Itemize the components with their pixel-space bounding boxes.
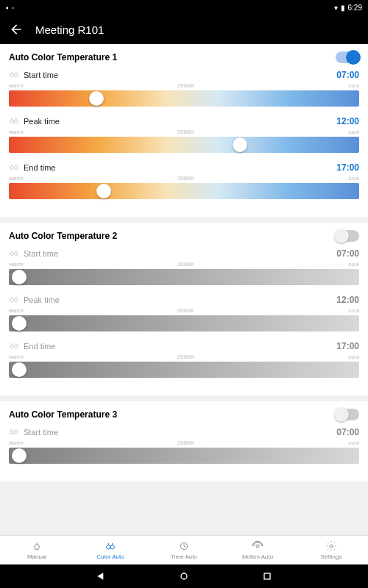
row-label[interactable]: Peak time xyxy=(9,294,60,306)
time-value[interactable]: 07:00 xyxy=(336,70,359,80)
nav-label: Color Auto xyxy=(96,553,124,560)
row-label[interactable]: End time xyxy=(9,162,55,173)
time-value[interactable]: 12:00 xyxy=(336,116,359,126)
row-label-text: End time xyxy=(24,342,55,351)
section-header: Auto Color Temperature 1 xyxy=(9,51,359,63)
temp-label: 2000K xyxy=(24,261,349,268)
slider-thumb[interactable] xyxy=(233,137,247,152)
time-value[interactable]: 07:00 xyxy=(336,427,359,437)
nav-manual[interactable]: Manual xyxy=(0,536,74,564)
nav-color-auto[interactable]: Color Auto xyxy=(74,536,147,564)
section-2: Auto Color Temperature 2Start time07:00w… xyxy=(0,223,368,395)
warm-label: warm xyxy=(9,307,24,314)
slider-label-row: Start time07:00 xyxy=(9,248,359,259)
battery-icon: ▮ xyxy=(341,4,345,12)
svg-point-16 xyxy=(110,545,114,549)
slider-thumb[interactable] xyxy=(12,362,26,377)
svg-point-3 xyxy=(15,120,18,123)
nav-label: Time Auto xyxy=(171,553,197,560)
nav-label: Settings xyxy=(321,553,342,560)
content-scroll[interactable]: Auto Color Temperature 1Start time07:00w… xyxy=(0,44,368,550)
row-label-text: Peak time xyxy=(24,117,60,126)
nav-recent-icon[interactable] xyxy=(261,570,273,582)
section-title: Auto Color Temperature 1 xyxy=(9,52,117,62)
nav-label: Motion Auto xyxy=(242,553,273,560)
color-slider[interactable] xyxy=(9,137,359,153)
range-row: warm3000Kcool xyxy=(9,175,359,182)
row-label-text: Start time xyxy=(24,249,58,258)
slider-thumb[interactable] xyxy=(12,316,26,331)
bulb-icon xyxy=(9,69,19,81)
svg-point-11 xyxy=(15,345,18,348)
bulb-icon xyxy=(9,162,19,173)
slider-thumb[interactable] xyxy=(12,270,26,284)
color-slider[interactable] xyxy=(9,183,359,199)
clock-text: 6:29 xyxy=(348,4,362,12)
warm-label: warm xyxy=(9,175,24,182)
time-value[interactable]: 17:00 xyxy=(336,341,359,351)
svg-point-6 xyxy=(10,252,14,256)
time-value[interactable]: 12:00 xyxy=(336,295,359,305)
nav-settings[interactable]: Settings xyxy=(294,536,368,564)
slider-label-row: Peak time12:00 xyxy=(9,294,359,306)
color-slider[interactable] xyxy=(9,362,359,378)
row-label[interactable]: Start time xyxy=(9,248,58,259)
warm-label: warm xyxy=(9,261,24,268)
nav-motion-auto[interactable]: Motion Auto xyxy=(221,536,294,564)
svg-point-1 xyxy=(15,74,18,77)
box-icon: ▪ xyxy=(6,4,9,12)
row-label-text: Start time xyxy=(24,428,58,437)
section-toggle[interactable] xyxy=(336,409,359,420)
bulb-icon xyxy=(9,426,19,438)
nav-home-icon[interactable] xyxy=(178,570,190,582)
section-header: Auto Color Temperature 2 xyxy=(9,230,359,242)
nav-time-auto[interactable]: Time Auto xyxy=(147,536,221,564)
slider-label-row: Peak time12:00 xyxy=(9,115,359,127)
slider-label-row: Start time07:00 xyxy=(9,69,359,81)
svg-point-5 xyxy=(15,166,18,170)
range-row: warm2000Kcool xyxy=(9,440,359,446)
slider-label-row: Start time07:00 xyxy=(9,426,359,438)
nav-back-icon[interactable] xyxy=(95,570,107,582)
svg-point-2 xyxy=(10,120,14,123)
cool-label: cool xyxy=(348,82,359,89)
slider-row: End time17:00warm2000Kcool xyxy=(9,340,359,378)
row-label-text: End time xyxy=(24,163,55,172)
color-slider[interactable] xyxy=(9,90,359,107)
system-nav xyxy=(0,564,368,588)
status-right: ▾ ▮ 6:29 xyxy=(334,4,362,12)
section-toggle[interactable] xyxy=(336,51,359,63)
row-label[interactable]: Start time xyxy=(9,69,58,81)
page-title: Meeting R101 xyxy=(35,24,104,36)
slider-thumb[interactable] xyxy=(96,184,111,198)
time-value[interactable]: 17:00 xyxy=(336,162,359,173)
nav-icon xyxy=(178,540,190,552)
color-slider[interactable] xyxy=(9,315,359,331)
svg-point-10 xyxy=(10,345,14,348)
temp-label: 2000K xyxy=(24,354,349,360)
row-label-text: Peak time xyxy=(24,295,60,304)
back-icon[interactable] xyxy=(9,22,24,37)
range-row: warm2000Kcool xyxy=(9,307,359,314)
row-label[interactable]: Peak time xyxy=(9,115,60,127)
row-label[interactable]: Start time xyxy=(9,426,58,438)
row-label[interactable]: End time xyxy=(9,340,55,352)
slider-thumb[interactable] xyxy=(12,448,26,463)
section-toggle[interactable] xyxy=(336,230,359,242)
slider-label-row: End time17:00 xyxy=(9,162,359,173)
slider-row: Start time07:00warm2000Kcool xyxy=(9,426,359,464)
temp-label: 5500K xyxy=(24,129,349,135)
slider-thumb[interactable] xyxy=(89,91,104,106)
color-slider[interactable] xyxy=(9,448,359,464)
nav-label: Manual xyxy=(27,553,46,560)
circle-icon: ◦ xyxy=(12,4,15,12)
slider-row: Start time07:00warm2000Kcool xyxy=(9,248,359,285)
svg-point-9 xyxy=(15,298,18,302)
bulb-icon xyxy=(9,294,19,306)
section-title: Auto Color Temperature 3 xyxy=(9,409,117,420)
nav-icon xyxy=(252,540,263,552)
time-value[interactable]: 07:00 xyxy=(336,248,359,259)
color-slider[interactable] xyxy=(9,269,359,285)
slider-row: Peak time12:00warm2000Kcool xyxy=(9,294,359,331)
warm-label: warm xyxy=(9,129,24,135)
